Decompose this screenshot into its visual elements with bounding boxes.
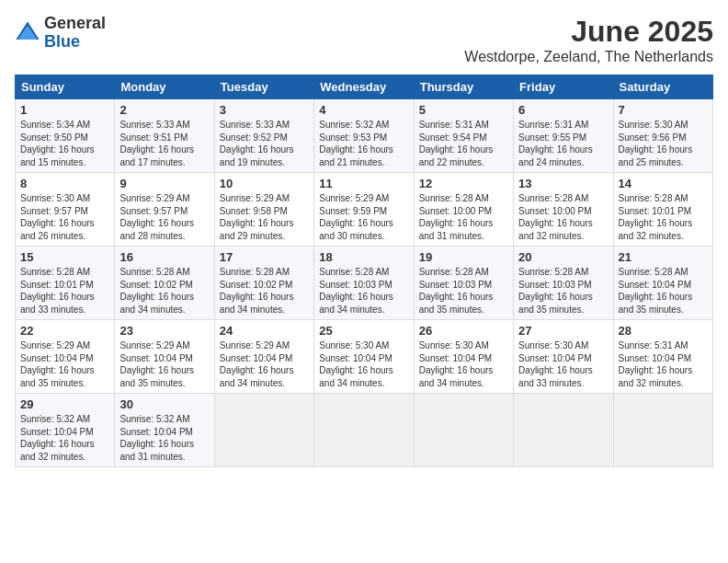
day-cell-3: 3Sunrise: 5:33 AMSunset: 9:52 PMDaylight… <box>214 99 313 173</box>
day-number: 26 <box>419 324 508 338</box>
day-number: 27 <box>518 324 608 338</box>
day-cell-21: 21Sunrise: 5:28 AMSunset: 10:04 PMDaylig… <box>613 247 712 320</box>
calendar-table: SundayMondayTuesdayWednesdayThursdayFrid… <box>15 75 713 467</box>
empty-cell <box>514 394 613 467</box>
day-cell-2: 2Sunrise: 5:33 AMSunset: 9:51 PMDaylight… <box>115 99 214 173</box>
day-number: 24 <box>220 324 309 338</box>
day-number: 18 <box>319 250 408 264</box>
header-friday: Friday <box>514 75 613 99</box>
day-cell-6: 6Sunrise: 5:31 AMSunset: 9:55 PMDaylight… <box>514 99 613 173</box>
week-row-1: 1Sunrise: 5:34 AMSunset: 9:50 PMDaylight… <box>16 99 713 173</box>
day-info: Sunrise: 5:32 AMSunset: 9:53 PMDaylight:… <box>319 119 408 168</box>
day-cell-15: 15Sunrise: 5:28 AMSunset: 10:01 PMDaylig… <box>16 247 115 320</box>
day-info: Sunrise: 5:30 AMSunset: 10:04 PMDaylight… <box>518 339 608 389</box>
day-info: Sunrise: 5:29 AMSunset: 9:57 PMDaylight:… <box>119 192 209 242</box>
day-number: 2 <box>119 103 209 117</box>
day-cell-8: 8Sunrise: 5:30 AMSunset: 9:57 PMDaylight… <box>16 173 115 247</box>
day-info: Sunrise: 5:30 AMSunset: 10:04 PMDaylight… <box>419 339 508 389</box>
day-cell-13: 13Sunrise: 5:28 AMSunset: 10:00 PMDaylig… <box>514 173 613 247</box>
header-tuesday: Tuesday <box>214 75 313 99</box>
day-number: 20 <box>518 250 608 264</box>
day-cell-19: 19Sunrise: 5:28 AMSunset: 10:03 PMDaylig… <box>414 247 513 320</box>
week-row-5: 29Sunrise: 5:32 AMSunset: 10:04 PMDaylig… <box>16 394 713 467</box>
logo: General Blue <box>15 15 106 52</box>
day-info: Sunrise: 5:32 AMSunset: 10:04 PMDaylight… <box>119 413 209 463</box>
day-info: Sunrise: 5:31 AMSunset: 9:55 PMDaylight:… <box>518 119 608 168</box>
day-number: 3 <box>220 103 309 117</box>
day-cell-18: 18Sunrise: 5:28 AMSunset: 10:03 PMDaylig… <box>314 247 414 320</box>
day-number: 17 <box>220 250 309 264</box>
day-cell-29: 29Sunrise: 5:32 AMSunset: 10:04 PMDaylig… <box>16 394 115 467</box>
week-row-2: 8Sunrise: 5:30 AMSunset: 9:57 PMDaylight… <box>16 173 713 247</box>
day-cell-24: 24Sunrise: 5:29 AMSunset: 10:04 PMDaylig… <box>214 320 313 394</box>
logo-blue: Blue <box>44 33 106 52</box>
day-info: Sunrise: 5:29 AMSunset: 9:58 PMDaylight:… <box>220 192 309 242</box>
day-info: Sunrise: 5:28 AMSunset: 10:01 PMDaylight… <box>20 266 109 316</box>
day-cell-22: 22Sunrise: 5:29 AMSunset: 10:04 PMDaylig… <box>16 320 115 394</box>
day-cell-5: 5Sunrise: 5:31 AMSunset: 9:54 PMDaylight… <box>414 99 513 173</box>
header-saturday: Saturday <box>613 75 712 99</box>
day-info: Sunrise: 5:28 AMSunset: 10:03 PMDaylight… <box>419 266 508 316</box>
day-cell-20: 20Sunrise: 5:28 AMSunset: 10:03 PMDaylig… <box>514 247 613 320</box>
day-cell-9: 9Sunrise: 5:29 AMSunset: 9:57 PMDaylight… <box>115 173 214 247</box>
day-cell-4: 4Sunrise: 5:32 AMSunset: 9:53 PMDaylight… <box>314 99 414 173</box>
day-number: 23 <box>119 324 209 338</box>
day-number: 7 <box>619 103 708 117</box>
day-cell-16: 16Sunrise: 5:28 AMSunset: 10:02 PMDaylig… <box>115 247 214 320</box>
day-number: 11 <box>319 177 408 190</box>
day-info: Sunrise: 5:30 AMSunset: 10:04 PMDaylight… <box>319 339 408 389</box>
title-block: June 2025 Westdorpe, Zeeland, The Nether… <box>464 15 713 65</box>
header-monday: Monday <box>115 75 214 99</box>
header-thursday: Thursday <box>414 75 513 99</box>
day-info: Sunrise: 5:28 AMSunset: 10:00 PMDaylight… <box>518 192 608 242</box>
empty-cell <box>414 394 513 467</box>
day-cell-12: 12Sunrise: 5:28 AMSunset: 10:00 PMDaylig… <box>414 173 513 247</box>
day-info: Sunrise: 5:29 AMSunset: 9:59 PMDaylight:… <box>319 192 408 242</box>
day-number: 9 <box>119 177 209 190</box>
day-info: Sunrise: 5:28 AMSunset: 10:02 PMDaylight… <box>220 266 309 316</box>
day-cell-7: 7Sunrise: 5:30 AMSunset: 9:56 PMDaylight… <box>613 99 712 173</box>
header-sunday: Sunday <box>16 75 115 99</box>
day-info: Sunrise: 5:31 AMSunset: 9:54 PMDaylight:… <box>419 119 508 168</box>
day-number: 12 <box>419 177 508 190</box>
day-number: 30 <box>119 397 209 411</box>
logo-icon <box>15 20 40 46</box>
day-number: 15 <box>20 250 109 264</box>
day-number: 21 <box>619 250 708 264</box>
day-number: 1 <box>20 103 109 117</box>
day-number: 25 <box>319 324 408 338</box>
day-cell-26: 26Sunrise: 5:30 AMSunset: 10:04 PMDaylig… <box>414 320 513 394</box>
day-info: Sunrise: 5:32 AMSunset: 10:04 PMDaylight… <box>20 413 109 463</box>
page-header: General Blue June 2025 Westdorpe, Zeelan… <box>15 15 713 65</box>
day-info: Sunrise: 5:28 AMSunset: 10:03 PMDaylight… <box>319 266 408 316</box>
day-info: Sunrise: 5:33 AMSunset: 9:52 PMDaylight:… <box>220 119 309 168</box>
day-info: Sunrise: 5:28 AMSunset: 10:04 PMDaylight… <box>619 266 708 316</box>
day-number: 28 <box>619 324 708 338</box>
day-info: Sunrise: 5:29 AMSunset: 10:04 PMDaylight… <box>220 339 309 389</box>
day-info: Sunrise: 5:29 AMSunset: 10:04 PMDaylight… <box>119 339 209 389</box>
header-row: SundayMondayTuesdayWednesdayThursdayFrid… <box>16 75 713 99</box>
day-cell-30: 30Sunrise: 5:32 AMSunset: 10:04 PMDaylig… <box>115 394 214 467</box>
day-info: Sunrise: 5:28 AMSunset: 10:01 PMDaylight… <box>619 192 708 242</box>
header-wednesday: Wednesday <box>314 75 414 99</box>
logo-text: General Blue <box>44 15 106 52</box>
day-info: Sunrise: 5:34 AMSunset: 9:50 PMDaylight:… <box>20 119 109 168</box>
day-cell-27: 27Sunrise: 5:30 AMSunset: 10:04 PMDaylig… <box>514 320 613 394</box>
day-cell-11: 11Sunrise: 5:29 AMSunset: 9:59 PMDayligh… <box>314 173 414 247</box>
day-cell-28: 28Sunrise: 5:31 AMSunset: 10:04 PMDaylig… <box>613 320 712 394</box>
empty-cell <box>314 394 414 467</box>
day-number: 5 <box>419 103 508 117</box>
day-number: 6 <box>518 103 608 117</box>
month-title: June 2025 <box>464 15 713 49</box>
day-number: 4 <box>319 103 408 117</box>
empty-cell <box>214 394 313 467</box>
day-cell-23: 23Sunrise: 5:29 AMSunset: 10:04 PMDaylig… <box>115 320 214 394</box>
day-cell-14: 14Sunrise: 5:28 AMSunset: 10:01 PMDaylig… <box>613 173 712 247</box>
day-number: 13 <box>518 177 608 190</box>
day-info: Sunrise: 5:28 AMSunset: 10:03 PMDaylight… <box>518 266 608 316</box>
day-number: 8 <box>20 177 109 190</box>
logo-general: General <box>44 15 106 33</box>
day-info: Sunrise: 5:30 AMSunset: 9:56 PMDaylight:… <box>619 119 708 168</box>
day-number: 10 <box>220 177 309 190</box>
week-row-4: 22Sunrise: 5:29 AMSunset: 10:04 PMDaylig… <box>16 320 713 394</box>
